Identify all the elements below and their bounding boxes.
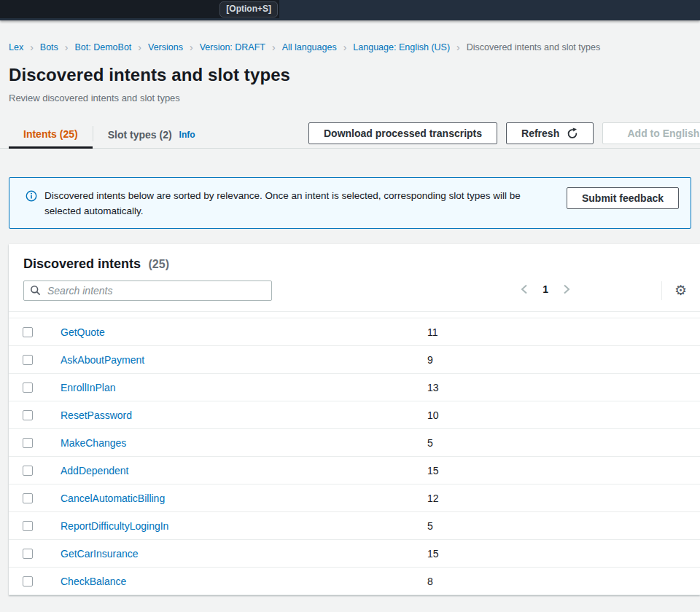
refresh-icon [567, 128, 578, 139]
tabs-bar: Intents (25) Slot types (2) Info Downloa… [0, 122, 700, 149]
breadcrumb-link[interactable]: Bot: DemoBot [75, 42, 132, 52]
search-box [23, 280, 272, 301]
submit-feedback-button[interactable]: Submit feedback [567, 187, 679, 209]
breadcrumb-link[interactable]: Version: DRAFT [200, 42, 265, 52]
breadcrumb-link[interactable]: Versions [148, 42, 183, 52]
row-checkbox[interactable] [23, 410, 33, 420]
breadcrumb-link[interactable]: Language: English (US) [353, 42, 450, 52]
table-toolbar: 1 ⚙ [9, 280, 700, 312]
row-checkbox[interactable] [23, 549, 33, 559]
intent-count: 13 [427, 382, 439, 393]
table-row: ReportDifficultyLogingIn 5 [9, 512, 700, 540]
row-checkbox[interactable] [23, 493, 33, 503]
intent-link[interactable]: GetCarInsurance [61, 548, 139, 560]
table-row: CancelAutomaticBilling 12 [9, 484, 700, 512]
table-row: CheckBalance 8 [9, 568, 700, 595]
intent-count: 10 [427, 409, 439, 421]
table-header-strip [9, 312, 700, 318]
previous-page-icon[interactable] [516, 281, 532, 297]
table-row: AddDependent 15 [9, 457, 700, 484]
intent-link[interactable]: AddDependent [61, 465, 128, 476]
page-title: Discovered intents and slot types [9, 65, 691, 85]
intent-count: 9 [427, 354, 433, 366]
intent-rows: GetQuote 11 AskAboutPayment 9 EnrollInPl… [9, 318, 700, 595]
intent-link[interactable]: EnrollInPlan [61, 382, 116, 393]
breadcrumb-separator-icon: › [138, 43, 141, 52]
refresh-label: Refresh [521, 128, 559, 139]
download-transcripts-button[interactable]: Download processed transcripts [308, 122, 497, 144]
table-row: MakeChanges 5 [9, 429, 700, 457]
tab-slot-types-label: Slot types (2) [108, 129, 172, 141]
table-row: GetQuote 11 [9, 318, 700, 346]
info-link[interactable]: Info [179, 130, 195, 140]
panel-header: Discovered intents (25) [9, 244, 700, 280]
row-checkbox[interactable] [23, 576, 33, 586]
table-row: GetCarInsurance 15 [9, 540, 700, 568]
breadcrumb-separator-icon: › [343, 43, 347, 52]
row-checkbox[interactable] [23, 327, 33, 337]
intent-link[interactable]: ReportDifficultyLogingIn [61, 520, 168, 532]
breadcrumb-link[interactable]: Bots [40, 42, 58, 52]
refresh-button[interactable]: Refresh [506, 122, 594, 144]
table-row: EnrollInPlan 13 [9, 374, 700, 401]
page-subtitle: Review discovered intents and slot types [9, 93, 691, 103]
submit-feedback-label: Submit feedback [582, 192, 664, 204]
breadcrumb-separator-icon: › [190, 43, 193, 52]
row-checkbox[interactable] [23, 438, 33, 448]
intent-count: 12 [427, 493, 439, 504]
intent-count: 8 [427, 576, 433, 587]
banner-message: Discovered intents below are sorted by r… [44, 188, 555, 219]
intent-count: 15 [427, 548, 439, 560]
app-root: [Option+S] Lex›Bots›Bot: DemoBot›Version… [0, 0, 700, 612]
breadcrumb-current: Discovered intents and slot types [467, 42, 600, 52]
keyboard-shortcut-badge: [Option+S] [219, 1, 278, 17]
row-checkbox[interactable] [23, 355, 33, 365]
breadcrumb-link[interactable]: All languages [282, 42, 337, 52]
table-row: ResetPassword 10 [9, 401, 700, 429]
intent-link[interactable]: CancelAutomaticBilling [61, 493, 165, 504]
intent-count: 11 [427, 326, 438, 338]
breadcrumb: Lex›Bots›Bot: DemoBot›Versions›Version: … [0, 20, 700, 52]
current-page-number[interactable]: 1 [540, 283, 551, 295]
intent-count: 5 [427, 520, 433, 532]
tab-slot-types[interactable]: Slot types (2) Info [93, 122, 210, 148]
add-to-language-label: Add to English (US) [627, 128, 700, 139]
breadcrumb-separator-icon: › [65, 43, 69, 52]
download-transcripts-label: Download processed transcripts [324, 128, 482, 139]
panel-count-badge: (25) [149, 258, 169, 270]
row-checkbox[interactable] [23, 521, 33, 531]
console-search-bar[interactable]: [Option+S] [0, 0, 279, 18]
tab-intents-label: Intents (25) [23, 128, 78, 140]
intent-link[interactable]: MakeChanges [61, 437, 126, 449]
tab-intents[interactable]: Intents (25) [9, 122, 93, 149]
info-icon [26, 190, 37, 202]
toolbar-divider [661, 281, 662, 300]
intent-link[interactable]: CheckBalance [61, 576, 126, 587]
row-checkbox[interactable] [23, 466, 33, 476]
table-row: AskAboutPayment 9 [9, 346, 700, 374]
discovered-intents-panel: Discovered intents (25) 1 [9, 244, 700, 595]
breadcrumb-separator-icon: › [30, 43, 34, 52]
breadcrumb-separator-icon: › [272, 43, 276, 52]
settings-gear-icon[interactable]: ⚙ [670, 280, 691, 302]
intent-count: 15 [427, 465, 439, 476]
pagination: 1 [516, 281, 575, 297]
intent-count: 5 [427, 437, 433, 449]
next-page-icon[interactable] [559, 281, 575, 297]
search-input[interactable] [23, 280, 272, 301]
panel-title: Discovered intents [23, 256, 141, 271]
top-navbar: [Option+S] [0, 0, 700, 20]
add-to-language-button[interactable]: Add to English (US) [602, 122, 700, 144]
row-checkbox[interactable] [23, 382, 33, 393]
breadcrumb-link[interactable]: Lex [9, 42, 23, 52]
intent-link[interactable]: AskAboutPayment [61, 354, 144, 366]
info-banner: Discovered intents below are sorted by r… [9, 177, 691, 229]
breadcrumb-separator-icon: › [456, 43, 460, 52]
intent-link[interactable]: GetQuote [61, 326, 105, 338]
intent-link[interactable]: ResetPassword [61, 409, 132, 421]
header-actions: Download processed transcripts Refresh A… [308, 122, 700, 144]
